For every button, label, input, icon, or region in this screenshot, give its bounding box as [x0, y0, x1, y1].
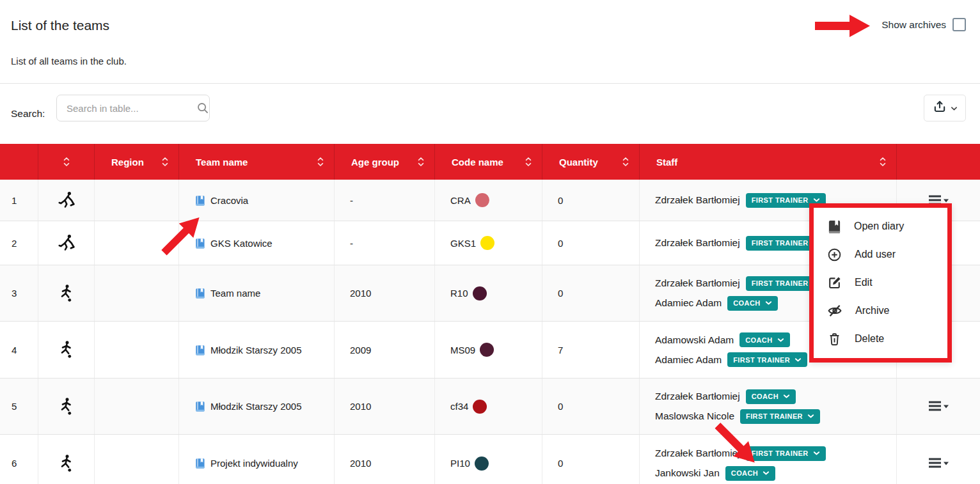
col-staff-label: Staff	[656, 157, 677, 168]
age-group-cell: -	[335, 180, 435, 221]
role-badge[interactable]: FIRST TRAINER	[740, 409, 820, 424]
export-button[interactable]	[924, 95, 966, 121]
col-actions	[897, 144, 980, 180]
col-team-name[interactable]: Team name	[179, 144, 335, 180]
sort-icon	[880, 157, 886, 167]
menu-item-label: Edit	[855, 277, 873, 288]
team-name-cell: GKS Katowice	[179, 221, 335, 265]
diary-icon[interactable]	[194, 344, 205, 356]
search-label: Search:	[11, 108, 45, 120]
soccer-player-icon	[57, 397, 76, 416]
page-title: List of the teams	[11, 18, 109, 33]
code-name: R10	[450, 288, 468, 299]
quantity-cell: 7	[542, 322, 640, 378]
team-name-cell: Projekt indywidualny	[179, 435, 335, 484]
menu-item-label: Add user	[855, 249, 896, 260]
role-badge[interactable]: COACH	[727, 296, 777, 311]
staff-name: Adamowski Adam	[655, 334, 734, 346]
diary-icon[interactable]	[194, 237, 205, 249]
soccer-player-icon	[57, 284, 76, 303]
team-color-dot	[475, 193, 489, 207]
age-group-cell: 2010	[335, 379, 435, 434]
row-menu-button[interactable]	[929, 400, 949, 412]
role-badge[interactable]: COACH	[725, 466, 775, 481]
row-number: 1	[0, 180, 38, 221]
region-cell	[95, 379, 179, 434]
age-group-cell: 2010	[335, 265, 435, 321]
age-group-cell: 2009	[335, 322, 435, 378]
menu-item-delete[interactable]: Delete	[814, 325, 947, 353]
discipline-cell	[38, 221, 95, 265]
age-group-cell: -	[335, 221, 435, 265]
role-badge[interactable]: COACH	[746, 389, 796, 404]
menu-item-open-diary[interactable]: Open diary	[814, 212, 947, 240]
team-name[interactable]: GKS Katowice	[210, 238, 273, 249]
menu-item-edit[interactable]: Edit	[814, 269, 947, 297]
chevron-down-icon	[813, 198, 820, 203]
sort-icon	[162, 157, 168, 167]
team-color-dot	[473, 400, 487, 414]
region-cell	[95, 221, 179, 265]
col-code-name[interactable]: Code name	[435, 144, 542, 180]
team-name-cell: Team name	[179, 265, 335, 321]
diary-icon[interactable]	[194, 194, 205, 207]
team-color-dot	[480, 343, 494, 357]
row-menu-button[interactable]	[929, 457, 949, 469]
add-user-icon	[827, 247, 842, 262]
col-staff[interactable]: Staff	[640, 144, 897, 180]
code-name: CRA	[450, 195, 471, 206]
staff-name: Zdrzałek Bartłomiej	[655, 237, 740, 249]
code-name-cell: CRA	[435, 180, 542, 221]
region-cell	[95, 180, 179, 221]
staff-cell: Zdrzałek Bartłomiej COACH Maslowska Nico…	[640, 379, 897, 434]
row-actions-cell	[897, 435, 980, 484]
team-name[interactable]: Młodzik Starszy 2005	[210, 401, 302, 412]
team-name[interactable]: Młodzik Starszy 2005	[210, 345, 302, 355]
row-number: 3	[0, 265, 38, 321]
col-age-group[interactable]: Age group	[335, 144, 435, 180]
team-color-dot	[475, 457, 489, 471]
chevron-down-icon	[765, 301, 772, 306]
age-group-cell: 2010	[335, 435, 435, 484]
team-name[interactable]: Cracovia	[210, 195, 248, 206]
col-region[interactable]: Region	[95, 144, 179, 180]
staff-cell: Zdrzałek Bartłomiej FIRST TRAINER Jankow…	[640, 435, 897, 484]
code-name-cell: cf34	[435, 379, 542, 434]
table-row: 6 Projekt indywidualny 2010 PI10 0 Zdrza…	[0, 435, 980, 484]
chevron-down-icon	[763, 471, 770, 476]
menu-item-label: Delete	[855, 333, 884, 345]
sort-icon	[525, 157, 532, 167]
show-archives-checkbox[interactable]	[952, 18, 966, 31]
diary-icon[interactable]	[194, 457, 205, 469]
search-icon	[196, 102, 209, 114]
role-badge[interactable]: COACH	[739, 332, 789, 347]
diary-icon[interactable]	[194, 287, 205, 299]
quantity-cell: 0	[542, 265, 640, 321]
staff-name: Zdrzałek Bartłomiej	[655, 448, 740, 459]
show-archives-label: Show archives	[881, 19, 946, 31]
show-archives-control: Show archives	[881, 18, 966, 31]
archive-icon	[827, 303, 842, 318]
staff-name: Zdrzałek Bartłomiej	[655, 391, 740, 402]
edit-icon	[827, 276, 842, 290]
team-name[interactable]: Team name	[210, 288, 260, 299]
team-name-cell: Młodzik Starszy 2005	[179, 322, 335, 378]
menu-item-archive[interactable]: Archive	[814, 297, 947, 325]
page-subtitle: List of all teams in the club.	[11, 56, 127, 66]
staff-name: Zdrzałek Bartłomiej	[655, 277, 740, 289]
col-quantity[interactable]: Quantity	[542, 144, 640, 180]
search-input[interactable]	[57, 103, 196, 114]
team-name[interactable]: Projekt indywidualny	[210, 458, 298, 469]
role-badge[interactable]: FIRST TRAINER	[746, 446, 826, 461]
row-number: 5	[0, 379, 38, 434]
col-discipline[interactable]	[38, 144, 95, 180]
menu-item-add-user[interactable]: Add user	[814, 240, 947, 269]
code-name-cell: PI10	[435, 435, 542, 484]
row-context-menu: Open diary Add user Edit Archive Delete	[809, 203, 952, 363]
code-name-cell: GKS1	[435, 221, 542, 265]
diary-icon[interactable]	[194, 400, 205, 412]
role-badge[interactable]: FIRST TRAINER	[727, 352, 807, 367]
discipline-cell	[38, 379, 95, 434]
staff-name: Maslowska Nicole	[655, 410, 734, 422]
chevron-down-icon	[951, 102, 958, 114]
